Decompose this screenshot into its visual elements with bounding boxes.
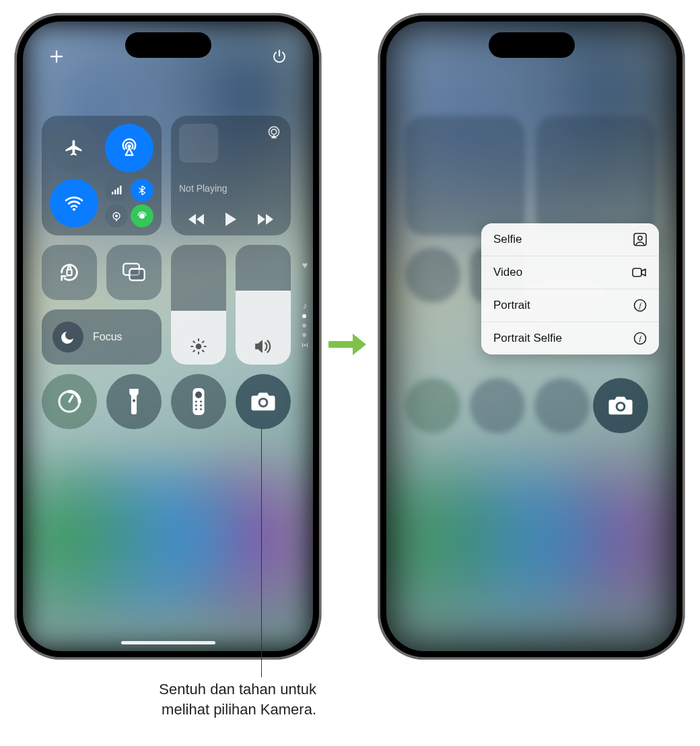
- svg-point-8: [139, 213, 145, 219]
- menu-item-label: Portrait: [493, 299, 530, 312]
- svg-point-1: [73, 208, 75, 211]
- timer-icon: [56, 388, 83, 415]
- brightness-slider[interactable]: [171, 245, 226, 365]
- menu-item-portrait-selfie[interactable]: Portrait Selfie f: [481, 322, 659, 355]
- person-square-icon: [633, 233, 647, 246]
- music-note-icon: ♪: [303, 300, 308, 311]
- moon-icon-wrap: [53, 322, 83, 352]
- blurred-module: [405, 378, 460, 433]
- page-dot: [302, 314, 306, 318]
- media-title: Not Playing: [179, 183, 283, 194]
- cellular-button[interactable]: [105, 179, 128, 202]
- dynamic-island: [125, 32, 211, 58]
- focus-button[interactable]: Focus: [42, 309, 162, 365]
- page-dots[interactable]: [302, 314, 306, 337]
- menu-item-selfie[interactable]: Selfie: [481, 223, 659, 256]
- antenna-icon: [300, 340, 310, 350]
- phone-right: Selfie Video Portrait f Portrait Selfie: [378, 13, 685, 659]
- screen: Not Playing: [23, 22, 313, 651]
- menu-item-label: Video: [493, 266, 522, 279]
- flashlight-button[interactable]: [106, 374, 162, 429]
- svg-text:f: f: [639, 301, 642, 309]
- camera-button-active[interactable]: [593, 378, 648, 433]
- play-button[interactable]: [223, 211, 238, 227]
- control-center: Not Playing: [42, 116, 292, 439]
- transition-arrow: [328, 330, 369, 359]
- svg-rect-28: [634, 233, 646, 246]
- svg-rect-30: [633, 268, 641, 276]
- airplane-icon: [64, 138, 84, 158]
- callout-text: Sentuh dan tahan untuk melihat pilihan K…: [47, 679, 316, 719]
- svg-point-23: [200, 404, 202, 406]
- power-button[interactable]: [266, 43, 293, 70]
- camera-context-menu: Selfie Video Portrait f Portrait Selfie: [481, 223, 659, 355]
- play-icon: [223, 211, 238, 227]
- rotation-lock-button[interactable]: [42, 245, 97, 300]
- airplay-icon[interactable]: [265, 124, 283, 141]
- blurred-module: [405, 248, 460, 303]
- svg-point-15: [304, 344, 306, 346]
- blurred-module: [470, 378, 525, 433]
- forward-icon: [255, 213, 274, 226]
- svg-point-25: [200, 408, 202, 410]
- add-control-button[interactable]: [43, 43, 70, 70]
- svg-point-29: [638, 236, 642, 240]
- camera-icon: [250, 391, 276, 412]
- airdrop-icon: [118, 137, 140, 159]
- satellite-button[interactable]: [131, 204, 153, 227]
- svg-rect-4: [117, 188, 119, 194]
- wifi-icon: [63, 192, 85, 214]
- camera-icon: [608, 396, 633, 416]
- blurred-module: [536, 116, 656, 235]
- menu-item-label: Selfie: [493, 233, 522, 246]
- callout-line: [261, 428, 262, 677]
- forward-button[interactable]: [255, 213, 274, 226]
- bluetooth-button[interactable]: [131, 179, 153, 202]
- connectivity-module[interactable]: [42, 116, 162, 235]
- media-module[interactable]: Not Playing: [171, 116, 291, 235]
- satellite-icon: [137, 211, 147, 221]
- aperture-icon: f: [633, 332, 647, 345]
- hotspot-button[interactable]: [105, 204, 128, 227]
- svg-point-17: [133, 400, 135, 402]
- media-artwork: [179, 124, 218, 163]
- cellular-icon: [111, 185, 122, 196]
- rewind-button[interactable]: [188, 213, 207, 226]
- phone-left: Not Playing: [15, 13, 321, 659]
- remote-button[interactable]: [171, 374, 226, 429]
- page-dot: [302, 333, 306, 337]
- blurred-module: [405, 116, 525, 235]
- rotation-lock-icon: [58, 261, 81, 284]
- svg-point-20: [195, 401, 197, 403]
- camera-button[interactable]: [236, 374, 291, 429]
- video-camera-icon: [632, 267, 647, 278]
- screen-mirror-button[interactable]: [106, 245, 162, 300]
- brightness-icon: [190, 338, 207, 355]
- add-icon: [49, 49, 64, 64]
- svg-point-10: [271, 129, 277, 135]
- volume-slider[interactable]: [236, 245, 291, 365]
- flashlight-icon: [127, 389, 141, 414]
- home-indicator[interactable]: [121, 641, 215, 644]
- screen: Selfie Video Portrait f Portrait Selfie: [386, 22, 676, 651]
- svg-rect-5: [120, 186, 122, 194]
- svg-point-22: [195, 404, 197, 406]
- svg-rect-3: [114, 190, 116, 194]
- timer-button[interactable]: [42, 374, 97, 429]
- rewind-icon: [188, 213, 207, 226]
- heart-icon: ♥: [302, 260, 308, 270]
- svg-rect-11: [67, 270, 71, 276]
- airdrop-button[interactable]: [105, 124, 153, 172]
- aperture-icon: f: [633, 299, 647, 312]
- menu-item-video[interactable]: Video: [481, 256, 659, 289]
- svg-point-19: [195, 391, 202, 398]
- menu-item-portrait[interactable]: Portrait f: [481, 289, 659, 322]
- page-dot: [302, 324, 306, 328]
- svg-text:f: f: [639, 334, 642, 342]
- airplane-mode-button[interactable]: [50, 124, 98, 172]
- menu-item-label: Portrait Selfie: [493, 332, 562, 345]
- hotspot-icon: [111, 211, 122, 221]
- wifi-button[interactable]: [50, 179, 98, 227]
- volume-icon: [254, 338, 273, 355]
- callout-line-1: Sentuh dan tahan untuk: [159, 681, 316, 698]
